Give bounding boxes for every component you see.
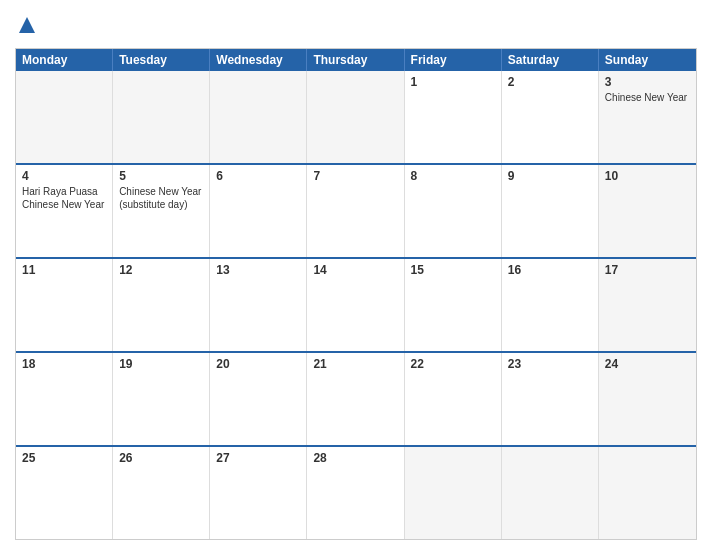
day-number: 6 (216, 169, 300, 183)
event-label: (substitute day) (119, 198, 203, 211)
day-number: 28 (313, 451, 397, 465)
day-number: 9 (508, 169, 592, 183)
day-number: 10 (605, 169, 690, 183)
cal-cell-w5-d4: 28 (307, 447, 404, 539)
calendar-week-2: 4Hari Raya PuasaChinese New Year5Chinese… (16, 165, 696, 259)
calendar-week-5: 25262728 (16, 447, 696, 539)
cal-cell-w4-d6: 23 (502, 353, 599, 445)
calendar-week-3: 11121314151617 (16, 259, 696, 353)
day-number: 8 (411, 169, 495, 183)
calendar-week-4: 18192021222324 (16, 353, 696, 447)
weekday-header-thursday: Thursday (307, 49, 404, 71)
day-number: 1 (411, 75, 495, 89)
cal-cell-w5-d3: 27 (210, 447, 307, 539)
day-number: 2 (508, 75, 592, 89)
cal-cell-w3-d6: 16 (502, 259, 599, 351)
cal-cell-w5-d7 (599, 447, 696, 539)
cal-cell-w3-d5: 15 (405, 259, 502, 351)
cal-cell-w4-d3: 20 (210, 353, 307, 445)
day-number: 23 (508, 357, 592, 371)
cal-cell-w3-d7: 17 (599, 259, 696, 351)
weekday-header-sunday: Sunday (599, 49, 696, 71)
weekday-header-saturday: Saturday (502, 49, 599, 71)
day-number: 3 (605, 75, 690, 89)
cal-cell-w1-d6: 2 (502, 71, 599, 163)
day-number: 27 (216, 451, 300, 465)
day-number: 18 (22, 357, 106, 371)
day-number: 25 (22, 451, 106, 465)
calendar-header (15, 10, 697, 40)
day-number: 21 (313, 357, 397, 371)
cal-cell-w2-d7: 10 (599, 165, 696, 257)
cal-cell-w4-d1: 18 (16, 353, 113, 445)
cal-cell-w5-d5 (405, 447, 502, 539)
cal-cell-w1-d7: 3Chinese New Year (599, 71, 696, 163)
cal-cell-w5-d6 (502, 447, 599, 539)
weekday-header-row: MondayTuesdayWednesdayThursdayFridaySatu… (16, 49, 696, 71)
weekday-header-tuesday: Tuesday (113, 49, 210, 71)
cal-cell-w1-d4 (307, 71, 404, 163)
cal-cell-w4-d5: 22 (405, 353, 502, 445)
day-number: 5 (119, 169, 203, 183)
day-number: 15 (411, 263, 495, 277)
logo (15, 15, 39, 35)
weekday-header-friday: Friday (405, 49, 502, 71)
cal-cell-w1-d5: 1 (405, 71, 502, 163)
cal-cell-w4-d2: 19 (113, 353, 210, 445)
cal-cell-w1-d3 (210, 71, 307, 163)
cal-cell-w3-d3: 13 (210, 259, 307, 351)
day-number: 14 (313, 263, 397, 277)
cal-cell-w3-d1: 11 (16, 259, 113, 351)
cal-cell-w5-d2: 26 (113, 447, 210, 539)
calendar: MondayTuesdayWednesdayThursdayFridaySatu… (15, 48, 697, 540)
day-number: 4 (22, 169, 106, 183)
event-label: Hari Raya Puasa (22, 185, 106, 198)
cal-cell-w4-d4: 21 (307, 353, 404, 445)
page: MondayTuesdayWednesdayThursdayFridaySatu… (0, 0, 712, 550)
calendar-week-1: 123Chinese New Year (16, 71, 696, 165)
cal-cell-w2-d1: 4Hari Raya PuasaChinese New Year (16, 165, 113, 257)
weekday-header-monday: Monday (16, 49, 113, 71)
day-number: 26 (119, 451, 203, 465)
day-number: 12 (119, 263, 203, 277)
cal-cell-w2-d2: 5Chinese New Year(substitute day) (113, 165, 210, 257)
day-number: 19 (119, 357, 203, 371)
cal-cell-w1-d1 (16, 71, 113, 163)
weekday-header-wednesday: Wednesday (210, 49, 307, 71)
cal-cell-w3-d2: 12 (113, 259, 210, 351)
day-number: 24 (605, 357, 690, 371)
cal-cell-w2-d3: 6 (210, 165, 307, 257)
day-number: 20 (216, 357, 300, 371)
logo-icon (17, 15, 37, 35)
cal-cell-w5-d1: 25 (16, 447, 113, 539)
day-number: 22 (411, 357, 495, 371)
day-number: 16 (508, 263, 592, 277)
day-number: 17 (605, 263, 690, 277)
cal-cell-w4-d7: 24 (599, 353, 696, 445)
cal-cell-w2-d4: 7 (307, 165, 404, 257)
event-label: Chinese New Year (605, 91, 690, 104)
day-number: 7 (313, 169, 397, 183)
svg-marker-0 (19, 17, 35, 33)
cal-cell-w2-d5: 8 (405, 165, 502, 257)
cal-cell-w1-d2 (113, 71, 210, 163)
calendar-body: 123Chinese New Year4Hari Raya PuasaChine… (16, 71, 696, 539)
event-label: Chinese New Year (119, 185, 203, 198)
cal-cell-w3-d4: 14 (307, 259, 404, 351)
cal-cell-w2-d6: 9 (502, 165, 599, 257)
day-number: 11 (22, 263, 106, 277)
day-number: 13 (216, 263, 300, 277)
event-label: Chinese New Year (22, 198, 106, 211)
